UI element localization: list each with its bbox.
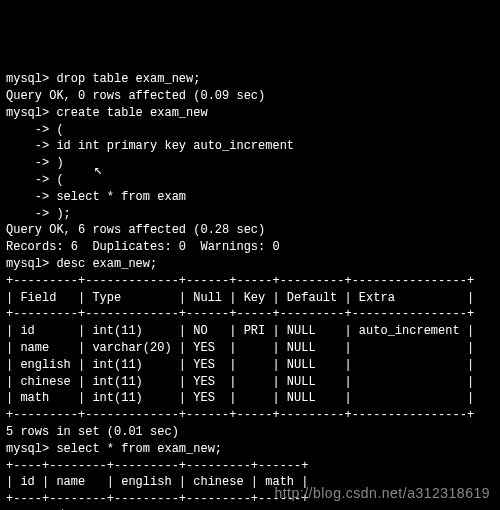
terminal-line: +---------+-------------+------+-----+--… [6, 273, 494, 290]
terminal-output[interactable]: mysql> drop table exam_new;Query OK, 0 r… [6, 71, 494, 510]
terminal-line: Query OK, 6 rows affected (0.28 sec) [6, 222, 494, 239]
terminal-line: +---------+-------------+------+-----+--… [6, 306, 494, 323]
terminal-line: -> select * from exam [6, 189, 494, 206]
terminal-line: | english | int(11) | YES | | NULL | | [6, 357, 494, 374]
terminal-line: | id | int(11) | NO | PRI | NULL | auto_… [6, 323, 494, 340]
terminal-line: Query OK, 0 rows affected (0.09 sec) [6, 88, 494, 105]
terminal-line: -> ); [6, 206, 494, 223]
terminal-line: 5 rows in set (0.01 sec) [6, 424, 494, 441]
terminal-line: -> id int primary key auto_increment [6, 138, 494, 155]
terminal-line: | chinese | int(11) | YES | | NULL | | [6, 374, 494, 391]
terminal-line: Records: 6 Duplicates: 0 Warnings: 0 [6, 239, 494, 256]
terminal-line: -> ) [6, 155, 494, 172]
terminal-line: -> ( [6, 122, 494, 139]
terminal-line: mysql> drop table exam_new; [6, 71, 494, 88]
terminal-line: mysql> select * from exam_new; [6, 441, 494, 458]
terminal-line: | name | varchar(20) | YES | | NULL | | [6, 340, 494, 357]
terminal-line: +----+--------+---------+---------+-----… [6, 458, 494, 475]
terminal-line: | Field | Type | Null | Key | Default | … [6, 290, 494, 307]
terminal-line: mysql> desc exam_new; [6, 256, 494, 273]
watermark-text: http://blog.csdn.net/a312318619 [274, 484, 490, 504]
terminal-line: | math | int(11) | YES | | NULL | | [6, 390, 494, 407]
terminal-line: -> ( [6, 172, 494, 189]
terminal-line: mysql> create table exam_new [6, 105, 494, 122]
terminal-line: +---------+-------------+------+-----+--… [6, 407, 494, 424]
